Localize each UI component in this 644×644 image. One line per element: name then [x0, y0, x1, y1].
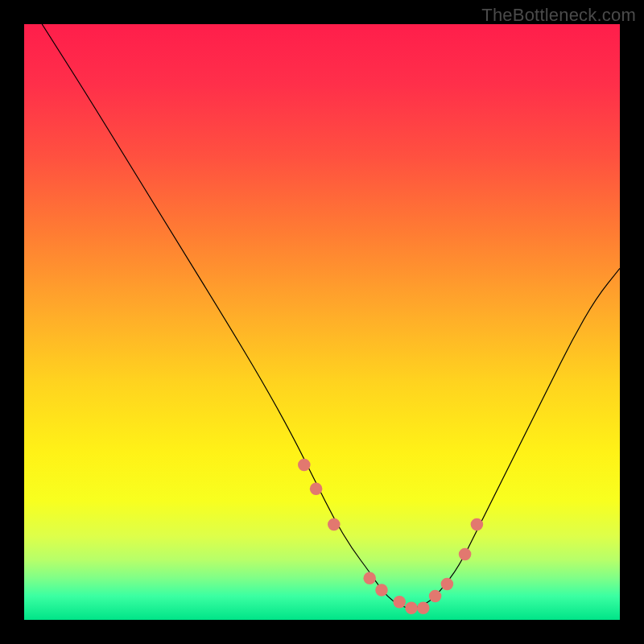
data-point — [363, 572, 376, 584]
data-point — [405, 601, 418, 614]
data-point — [298, 459, 311, 472]
data-point — [328, 518, 341, 531]
chart-frame: TheBottleneck.com — [0, 0, 644, 644]
data-point — [310, 482, 323, 495]
curve-layer — [24, 24, 620, 620]
watermark-label: TheBottleneck.com — [481, 5, 636, 26]
data-point — [459, 548, 472, 561]
data-point — [441, 578, 454, 591]
data-point — [393, 596, 406, 609]
data-point — [429, 590, 442, 603]
plot-area — [24, 24, 620, 620]
data-point — [375, 584, 388, 597]
data-point — [417, 601, 430, 614]
data-point — [471, 518, 484, 531]
data-point-group — [298, 459, 483, 614]
